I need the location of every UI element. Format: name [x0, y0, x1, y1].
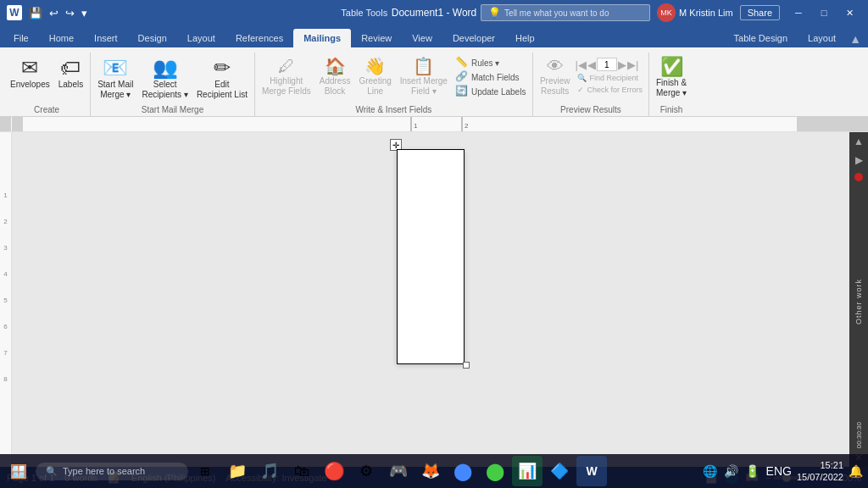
address-block-button[interactable]: 🏠 AddressBlock — [316, 56, 354, 98]
taskbar-clock[interactable]: 15:21 15/07/2022 — [797, 459, 843, 484]
ribbon-group-create: ✉ Envelopes 🏷 Labels Create — [3, 53, 91, 116]
undo-icon[interactable]: ↩ — [47, 5, 60, 21]
taskbar-search[interactable]: 🔍 Type here to search — [36, 463, 188, 480]
minimize-button[interactable]: ─ — [787, 4, 810, 21]
start-mail-merge-button[interactable]: 📧 Start MailMerge ▾ — [94, 56, 136, 102]
edit-recipient-list-label: EditRecipient List — [197, 80, 248, 100]
edit-recipient-list-button[interactable]: ✏ EditRecipient List — [193, 56, 251, 102]
ribbon-collapse-button[interactable]: ▲ — [849, 32, 861, 46]
network-icon[interactable]: 🌐 — [701, 463, 719, 480]
notification-icon[interactable]: 🔔 — [847, 463, 865, 480]
taskbar-app-game[interactable]: 🎮 — [383, 456, 414, 486]
save-icon[interactable]: 💾 — [27, 5, 44, 21]
restore-button[interactable]: □ — [812, 4, 836, 21]
volume-icon[interactable]: 🔊 — [722, 463, 740, 480]
preview-results-label: PreviewResults — [540, 76, 570, 97]
table-row — [398, 150, 465, 364]
tab-mailings[interactable]: Mailings — [293, 29, 351, 47]
labels-label: Labels — [58, 80, 83, 89]
search-icon: 💡 — [488, 7, 501, 19]
taskbar-app-hex[interactable]: 🔷 — [544, 456, 575, 486]
update-labels-button[interactable]: 🔄 Update Labels — [453, 85, 529, 98]
task-view-button[interactable]: ⊞ — [190, 456, 220, 486]
first-record-button[interactable]: |◀ — [575, 58, 586, 71]
select-recipients-button[interactable]: 👥 SelectRecipients ▾ — [138, 56, 191, 102]
tab-file[interactable]: File — [3, 29, 39, 47]
tab-references[interactable]: References — [225, 29, 293, 47]
preview-results-button[interactable]: 👁 PreviewResults — [537, 56, 574, 98]
check-errors-label: Check for Errors — [587, 86, 643, 94]
highlight-merge-fields-button[interactable]: 🖊 HighlightMerge Fields — [259, 56, 314, 98]
table-resize-handle[interactable] — [463, 362, 470, 369]
finish-merge-button[interactable]: ✅ Finish &Merge ▾ — [653, 56, 690, 100]
svg-rect-1 — [410, 117, 412, 131]
greeting-line-icon: 👋 — [364, 58, 386, 75]
ribbon-group-finish-content: ✅ Finish &Merge ▾ — [653, 53, 690, 105]
ribbon-group-preview-results-content: 👁 PreviewResults |◀ ◀ ▶ ▶| 🔍 Find Recipi… — [537, 53, 645, 105]
taskbar-app-red[interactable]: 🔴 — [319, 456, 349, 486]
title-bar-right: 💡 Tell me what you want to do MK M Krist… — [481, 3, 861, 22]
last-record-button[interactable]: ▶| — [627, 58, 638, 71]
start-button[interactable]: 🪟 — [3, 456, 34, 486]
svg-text:1: 1 — [414, 122, 418, 130]
document-canvas[interactable]: ✛ — [12, 132, 849, 467]
ribbon-group-start-mail-merge: 📧 Start MailMerge ▾ 👥 SelectRecipients ▾… — [91, 53, 255, 116]
taskbar-app-word[interactable]: W — [576, 456, 607, 486]
right-panel-play-button[interactable]: ▶ — [852, 151, 866, 169]
right-panel-expand-button[interactable]: ▲ — [850, 132, 867, 151]
check-for-errors-button[interactable]: ✓ Check for Errors — [575, 85, 645, 95]
taskbar-app-explorer[interactable]: 📁 — [222, 456, 253, 486]
labels-icon: 🏷 — [60, 58, 81, 78]
language-icon[interactable]: ENG — [765, 463, 793, 480]
taskbar-app-excel[interactable]: 📊 — [512, 456, 542, 486]
insert-merge-field-label: Insert MergeField ▾ — [400, 76, 448, 97]
right-panel-label: Other work — [854, 279, 863, 324]
tab-review[interactable]: Review — [351, 29, 402, 47]
customize-icon[interactable]: ▾ — [80, 5, 89, 21]
tab-design[interactable]: Design — [128, 29, 177, 47]
next-record-button[interactable]: ▶ — [618, 58, 626, 71]
ribbon-group-start-mail-merge-content: 📧 Start MailMerge ▾ 👥 SelectRecipients ▾… — [94, 53, 251, 105]
taskbar-app-music[interactable]: 🎵 — [254, 456, 285, 486]
redo-icon[interactable]: ↪ — [64, 5, 76, 21]
close-button[interactable]: ✕ — [837, 4, 861, 21]
ruler-marks: 1 2 — [12, 117, 868, 131]
labels-button[interactable]: 🏷 Labels — [55, 56, 86, 91]
find-recipient-button[interactable]: 🔍 Find Recipient — [575, 73, 645, 83]
taskbar-app-store[interactable]: 🛍 — [287, 456, 317, 486]
battery-icon[interactable]: 🔋 — [743, 463, 761, 480]
window-controls: ─ □ ✕ — [787, 4, 861, 21]
tell-me-search[interactable]: 💡 Tell me what you want to do — [481, 4, 650, 21]
tab-developer[interactable]: Developer — [442, 29, 505, 47]
taskbar-app-green[interactable]: ⬤ — [480, 456, 510, 486]
start-mail-merge-icon: 📧 — [103, 58, 128, 78]
taskbar-app-firefox[interactable]: 🦊 — [415, 456, 446, 486]
share-button[interactable]: Share — [740, 5, 780, 20]
document-page[interactable] — [397, 149, 465, 363]
envelopes-button[interactable]: ✉ Envelopes — [7, 56, 53, 91]
tab-layout[interactable]: Layout — [177, 29, 225, 47]
prev-record-button[interactable]: ◀ — [587, 58, 596, 71]
tab-help[interactable]: Help — [505, 29, 545, 47]
title-bar: W 💾 ↩ ↪ ▾ Table Tools Document1 - Word 💡… — [0, 0, 868, 25]
title-bar-left: W 💾 ↩ ↪ ▾ — [7, 5, 89, 21]
tab-view[interactable]: View — [402, 29, 442, 47]
tab-home[interactable]: Home — [39, 29, 84, 47]
user-avatar: MK — [657, 3, 676, 22]
greeting-line-button[interactable]: 👋 GreetingLine — [355, 56, 394, 98]
table-cell[interactable] — [398, 150, 465, 364]
taskbar-app-settings[interactable]: ⚙ — [351, 456, 381, 486]
envelopes-icon: ✉ — [21, 58, 38, 78]
document-table[interactable] — [397, 149, 465, 364]
match-fields-button[interactable]: 🔗 Match Fields — [453, 70, 529, 84]
tab-table-design[interactable]: Table Design — [724, 29, 798, 47]
record-number-input[interactable] — [597, 58, 617, 71]
insert-merge-field-button[interactable]: 📋 Insert MergeField ▾ — [397, 56, 451, 98]
user-info[interactable]: MK M Kristin Lim — [657, 3, 733, 22]
tab-table-layout[interactable]: Layout — [798, 29, 846, 47]
find-recipient-label: Find Recipient — [589, 74, 638, 82]
table-container: ✛ — [397, 149, 465, 363]
rules-button[interactable]: 📏 Rules ▾ — [453, 56, 529, 69]
tab-insert[interactable]: Insert — [84, 29, 128, 47]
taskbar-app-circle[interactable]: ⬤ — [448, 456, 478, 486]
